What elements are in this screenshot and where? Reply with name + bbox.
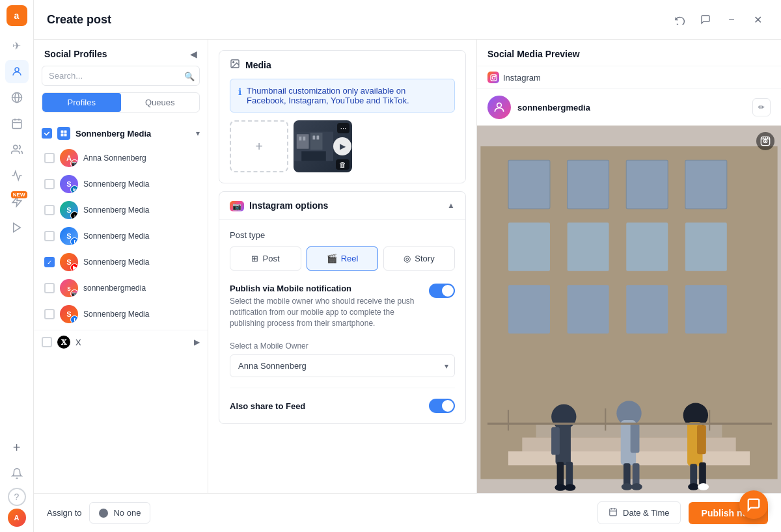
search-input[interactable] (42, 66, 200, 86)
profile-checkbox-0[interactable] (44, 153, 55, 163)
platform-badge-instagram: 📷 (70, 159, 78, 167)
ig-section-header[interactable]: 📷 Instagram options ▲ (219, 192, 465, 220)
profile-avatar-4: S ▶ (60, 253, 78, 271)
nav-calendar[interactable] (5, 112, 29, 135)
svg-rect-61 (623, 463, 631, 486)
svg-point-67 (622, 483, 633, 490)
svg-rect-12 (64, 131, 67, 133)
mobile-owner-select[interactable]: Anna Sonnenberg Sonnenberg Media (230, 354, 455, 377)
svg-rect-60 (566, 462, 573, 486)
thumb-more-button[interactable]: ··· (337, 123, 349, 133)
list-item[interactable]: S ♪ Sonnenberg Media (34, 197, 208, 223)
profiles-collapse-button[interactable]: ◀ (190, 49, 197, 59)
search-icon-button[interactable]: 🔍 (184, 71, 195, 81)
nav-add[interactable]: + (5, 436, 29, 459)
profile-avatar-3: S f (60, 227, 78, 245)
list-item[interactable]: s 📷 sonnenbergmedia (34, 275, 208, 301)
profile-avatar-1: S in (60, 175, 78, 193)
undo-button[interactable] (669, 9, 690, 30)
preview-post: sonnenbergmedia ✏ (477, 89, 781, 493)
nav-new[interactable]: NEW (5, 190, 29, 213)
assign-no-one-button[interactable]: No one (89, 502, 150, 524)
svg-point-68 (631, 483, 642, 490)
ig-section-title: Instagram options (249, 200, 442, 211)
list-item[interactable]: S f Sonnenberg Media (34, 223, 208, 249)
list-item[interactable]: S ▶ Sonnenberg Media (34, 249, 208, 275)
x-group-checkbox[interactable] (42, 337, 52, 347)
media-icon (230, 59, 240, 71)
nav-help[interactable]: ? (8, 488, 26, 506)
info-icon: ℹ (238, 86, 241, 97)
also-share-toggle[interactable] (429, 399, 455, 413)
platform-badge-fb2: f (70, 315, 78, 323)
svg-rect-39 (508, 222, 550, 271)
x-group-name: X (75, 338, 189, 347)
profile-checkbox-6[interactable] (44, 309, 55, 319)
chat-button[interactable] (695, 9, 716, 30)
profile-tabs: Profiles Queues (42, 92, 200, 113)
new-badge: NEW (11, 191, 27, 198)
no-one-dot (99, 509, 108, 518)
svg-point-26 (492, 76, 495, 79)
nav-paper-plane[interactable]: ✈ (5, 34, 29, 57)
nav-globe[interactable] (5, 86, 29, 109)
svg-rect-14 (64, 134, 67, 137)
media-section: Media ℹ Thumbnail customization only ava… (219, 50, 466, 183)
publish-mobile-desc: Select the mobile owner who should recei… (230, 296, 421, 328)
profile-avatar-2: S ♪ (60, 201, 78, 219)
media-section-header[interactable]: Media (219, 51, 465, 79)
upload-placeholder[interactable]: + (230, 120, 288, 172)
profile-name-3: Sonnenberg Media (83, 232, 200, 241)
search-box: 🔍 (42, 66, 200, 86)
preview-image (477, 126, 781, 493)
date-time-button[interactable]: Date & Time (597, 501, 681, 524)
post-type-story[interactable]: ◎ Story (383, 246, 455, 271)
preview-edit-button[interactable]: ✏ (752, 98, 771, 116)
app-logo[interactable]: a (7, 5, 27, 26)
svg-point-77 (765, 140, 765, 141)
profile-checkbox-5[interactable] (44, 283, 55, 293)
svg-rect-52 (551, 427, 560, 455)
tab-queues[interactable]: Queues (121, 93, 200, 112)
close-button[interactable]: ✕ (747, 9, 768, 30)
date-time-label: Date & Time (623, 508, 670, 518)
svg-rect-13 (61, 134, 64, 137)
publish-mobile-toggle[interactable] (429, 284, 455, 298)
profile-checkbox-3[interactable] (44, 231, 55, 241)
svg-rect-41 (626, 222, 668, 271)
content-scroll: Media ℹ Thumbnail customization only ava… (208, 40, 476, 493)
nav-users[interactable] (5, 60, 29, 83)
profile-checkbox-1[interactable] (44, 179, 55, 189)
user-avatar[interactable]: A (8, 509, 26, 527)
post-type-reel[interactable]: 🎬 Reel (307, 246, 378, 271)
list-item[interactable]: S f Sonnenberg Media (34, 301, 208, 327)
profile-checkbox-2[interactable] (44, 205, 55, 215)
nav-team[interactable] (5, 138, 29, 161)
minimize-button[interactable]: − (721, 9, 742, 30)
x-expand-button[interactable]: ▶ (194, 338, 200, 347)
list-item[interactable]: S in Sonnenberg Media (34, 171, 208, 197)
thumb-delete-button[interactable]: 🗑 (336, 159, 349, 170)
svg-rect-45 (626, 285, 668, 334)
svg-rect-20 (303, 137, 306, 140)
ig-header-icon: 📷 (230, 200, 244, 211)
post-type-post[interactable]: ⊞ Post (230, 246, 301, 271)
instagram-options-section: 📷 Instagram options ▲ Post type ⊞ Post (219, 191, 466, 424)
svg-rect-59 (557, 462, 564, 486)
nav-bell[interactable] (5, 462, 29, 485)
list-item[interactable]: A 📷 Anna Sonnenberg (34, 145, 208, 171)
group-chevron[interactable]: ▾ (196, 129, 200, 138)
svg-rect-63 (690, 464, 697, 486)
group-checkbox[interactable] (42, 128, 52, 139)
create-post-modal: Create post − ✕ Social (34, 0, 781, 532)
svg-rect-31 (508, 160, 550, 209)
nav-video[interactable] (5, 216, 29, 239)
profile-checkbox-4[interactable] (44, 257, 55, 267)
chat-bubble[interactable] (739, 490, 768, 519)
profile-avatar-0: A 📷 (60, 149, 78, 167)
nav-chart[interactable] (5, 164, 29, 187)
calendar-icon (609, 507, 618, 518)
media-thumbnail[interactable]: ▶ ··· 🗑 (294, 120, 352, 172)
x-group: 𝕏 X ▶ (34, 330, 208, 354)
tab-profiles[interactable]: Profiles (42, 93, 121, 112)
